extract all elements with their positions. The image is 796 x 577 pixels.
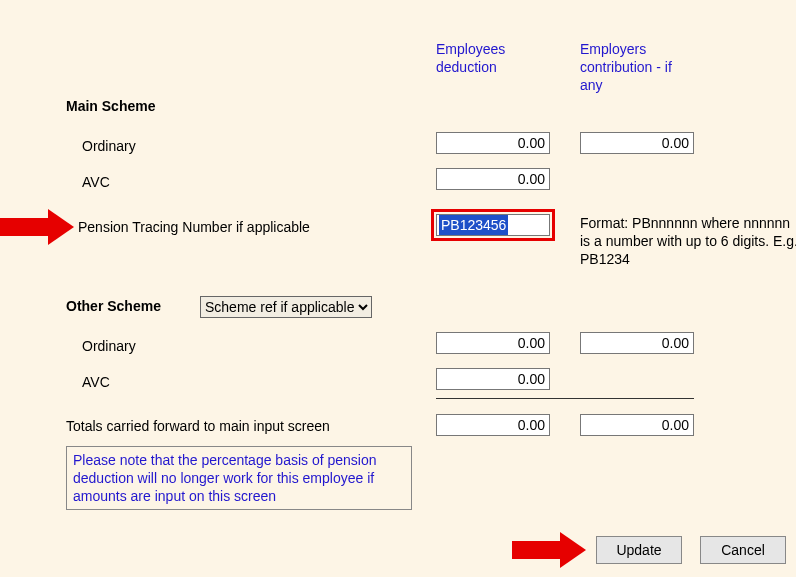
header-employers-contribution: Employers contribution - if any	[580, 40, 690, 94]
note-percentage-basis: Please note that the percentage basis of…	[66, 446, 412, 510]
input-other-ordinary-employee[interactable]	[436, 332, 550, 354]
input-main-avc-employee[interactable]	[436, 168, 550, 190]
cancel-button[interactable]: Cancel	[700, 536, 786, 564]
label-main-avc: AVC	[82, 174, 110, 190]
input-main-ordinary-employer[interactable]	[580, 132, 694, 154]
input-pension-tracing-number[interactable]: PB123456	[436, 214, 550, 236]
pension-form: Employees deduction Employers contributi…	[0, 0, 796, 577]
update-button[interactable]: Update	[596, 536, 682, 564]
input-totals-employee[interactable]	[436, 414, 550, 436]
input-main-ordinary-employee[interactable]	[436, 132, 550, 154]
input-other-avc-employee[interactable]	[436, 368, 550, 390]
annotation-arrow-icon	[512, 532, 586, 568]
hint-ptn-format: Format: PBnnnnnn where nnnnnn is a numbe…	[580, 214, 796, 268]
label-other-avc: AVC	[82, 374, 110, 390]
input-other-ordinary-employer[interactable]	[580, 332, 694, 354]
label-main-ordinary: Ordinary	[82, 138, 136, 154]
annotation-arrow-icon	[0, 209, 74, 245]
separator-line	[436, 398, 694, 399]
label-totals: Totals carried forward to main input scr…	[66, 418, 330, 434]
highlight-box-ptn: PB123456	[431, 209, 555, 241]
label-other-ordinary: Ordinary	[82, 338, 136, 354]
ptn-selected-text: PB123456	[439, 215, 508, 235]
input-totals-employer[interactable]	[580, 414, 694, 436]
label-pension-tracing-number: Pension Tracing Number if applicable	[78, 219, 310, 235]
section-title-other-scheme: Other Scheme	[66, 298, 161, 314]
section-title-main-scheme: Main Scheme	[66, 98, 155, 114]
header-employees-deduction: Employees deduction	[436, 40, 546, 76]
select-scheme-ref[interactable]: Scheme ref if applicable	[200, 296, 372, 318]
